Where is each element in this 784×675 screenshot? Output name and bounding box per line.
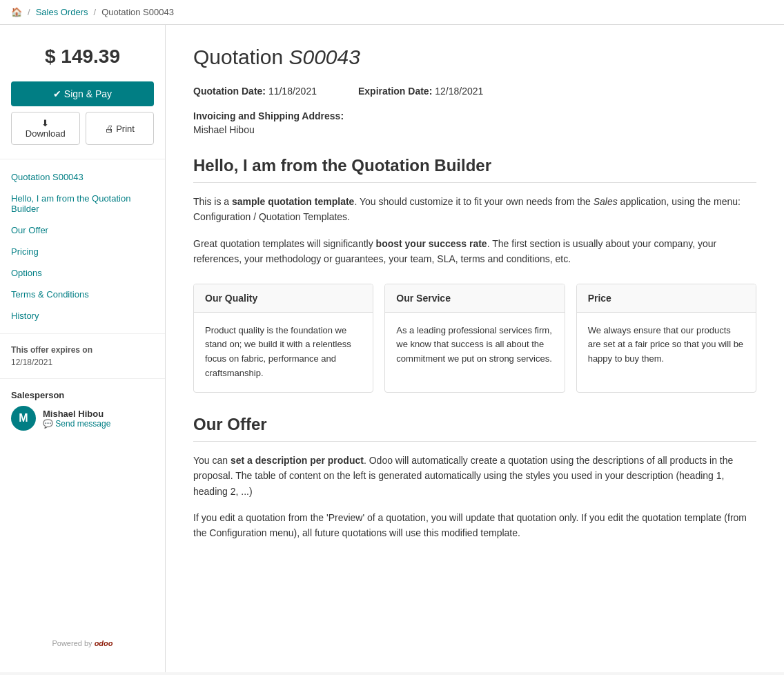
section1-title: Hello, I am from the Quotation Builder [193,156,756,183]
expiration-date-label: Expiration Date: [358,86,432,97]
sidebar-expiry: This offer expires on 12/18/2021 [0,333,165,378]
sidebar: $ 149.39 ✔ Sign & Pay ⬇ Download 🖨 Print… [0,25,166,672]
sidebar-actions: ✔ Sign & Pay ⬇ Download 🖨 Print [0,81,165,159]
s2p1-bold: set a description per product [231,455,364,466]
sidebar-nav-terms-conditions[interactable]: Terms & Conditions [0,284,165,305]
sidebar-nav-hello-quotation-builder[interactable]: Hello, I am from the Quotation Builder [0,188,165,219]
odoo-brand: odoo [95,639,113,647]
breadcrumb-sales-orders[interactable]: Sales Orders [36,7,88,17]
address-name: Mishael Hibou [193,124,756,135]
card-1: Our Service As a leading professional se… [384,284,565,393]
avatar: M [11,406,36,431]
card-body-0: Product quality is the foundation we sta… [194,313,373,392]
sidebar-salesperson: Salesperson M Mishael Hibou 💬 Send messa… [0,378,165,442]
expiry-date: 12/18/2021 [11,358,154,367]
s1p1-italic: Sales [594,196,618,207]
section2-para1: You can set a description per product. O… [193,453,756,499]
powered-by-text: Powered by [52,639,92,647]
card-2: Price We always ensure that our products… [576,284,756,393]
quotation-title-id: S00043 [288,46,360,68]
download-button[interactable]: ⬇ Download [11,112,80,145]
quotation-title: Quotation S00043 [193,46,756,69]
sidebar-nav-quotation-s00043[interactable]: Quotation S00043 [0,166,165,188]
card-body-2: We always ensure that our products are s… [577,313,756,378]
section2: Our Offer You can set a description per … [193,415,756,541]
s1p1-mid: . You should customize it to fit your ow… [354,196,593,207]
sidebar-nav-pricing[interactable]: Pricing [0,241,165,262]
sidebar-nav-history[interactable]: History [0,305,165,326]
send-message-link[interactable]: 💬 Send message [43,419,110,429]
card-header-2: Price [577,284,756,313]
salesperson-label: Salesperson [11,390,154,400]
expiration-date: Expiration Date: 12/18/2021 [358,86,483,97]
quotation-date-label: Quotation Date: [193,86,266,97]
address-block: Invoicing and Shipping Address: Mishael … [193,110,756,135]
expiration-date-val: 12/18/2021 [435,86,483,97]
card-0: Our Quality Product quality is the found… [193,284,373,393]
salesperson-info: M Mishael Hibou 💬 Send message [11,406,154,431]
breadcrumb: 🏠 / Sales Orders / Quotation S00043 [0,0,784,25]
sign-pay-button[interactable]: ✔ Sign & Pay [11,81,154,106]
card-body-1: As a leading professional services firm,… [385,313,564,378]
powered-by: Powered by odoo [0,628,165,658]
card-header-1: Our Service [385,284,564,313]
s1p2-pre: Great quotation templates will significa… [193,238,376,249]
quotation-title-prefix: Quotation [193,46,288,68]
breadcrumb-sep2: / [94,7,97,17]
quotation-date: Quotation Date: 11/18/2021 [193,86,317,97]
cards-row: Our Quality Product quality is the found… [193,284,756,393]
expiry-label: This offer expires on [11,345,154,355]
breadcrumb-current: Quotation S00043 [101,7,174,17]
breadcrumb-sep1: / [28,7,30,17]
section1-para1: This is a sample quotation template. You… [193,194,756,225]
meta-row: Quotation Date: 11/18/2021 Expiration Da… [193,86,756,97]
sidebar-nav: Quotation S00043Hello, I am from the Quo… [0,159,165,333]
sidebar-nav-our-offer[interactable]: Our Offer [0,219,165,241]
salesperson-name: Mishael Hibou [43,409,110,419]
main-content: Quotation S00043 Quotation Date: 11/18/2… [166,25,784,672]
section2-title: Our Offer [193,415,756,442]
download-print-row: ⬇ Download 🖨 Print [11,112,154,145]
print-button[interactable]: 🖨 Print [86,112,155,145]
card-header-0: Our Quality [194,284,373,313]
s1p2-bold: boost your success rate [376,238,487,249]
section1-para2: Great quotation templates will significa… [193,236,756,267]
s2p1-pre: You can [193,455,231,466]
s1p1-pre: This is a [193,196,232,207]
s1p1-bold: sample quotation template [232,196,354,207]
sidebar-price: $ 149.39 [0,39,165,81]
sidebar-nav-options[interactable]: Options [0,262,165,284]
home-icon[interactable]: 🏠 [11,7,22,17]
quotation-date-val: 11/18/2021 [268,86,317,97]
section2-para2: If you edit a quotation from the 'Previe… [193,510,756,541]
address-label: Invoicing and Shipping Address: [193,110,756,121]
